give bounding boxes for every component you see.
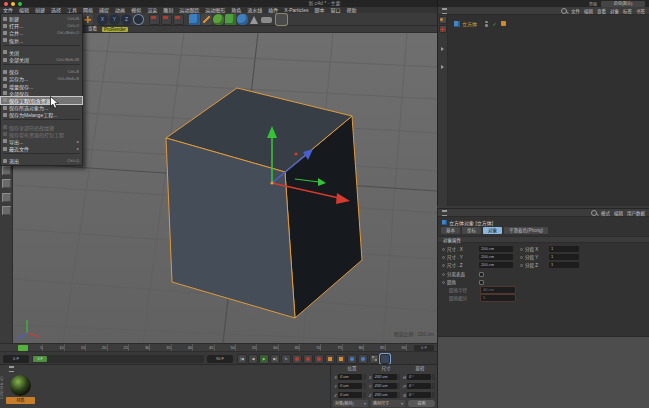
generator-icon[interactable] — [225, 14, 236, 25]
keyframe-dot-icon[interactable] — [520, 256, 523, 259]
size-input[interactable]: 200 cm — [479, 262, 513, 268]
stepper[interactable] — [432, 383, 435, 389]
stepper[interactable] — [363, 374, 366, 380]
keyframe-dot-icon[interactable] — [442, 256, 445, 259]
file-menu-item[interactable]: 关闭 ▸ — [1, 49, 82, 56]
display-filter-icon[interactable] — [276, 14, 287, 25]
enable-snap[interactable] — [2, 166, 11, 175]
checkbox[interactable] — [479, 272, 484, 277]
object-manager-menu-item[interactable]: 文件 — [571, 8, 580, 14]
file-menu-item[interactable]: 保存全部已修改纹理 ▸ — [1, 123, 82, 130]
file-menu-item[interactable]: 新建 Ctrl+N ▸ — [1, 15, 82, 22]
render-picture-viewer-icon[interactable] — [161, 14, 172, 25]
file-menu-item[interactable]: 导出... ▸ — [1, 138, 82, 145]
segments-input[interactable]: 1 — [549, 246, 579, 252]
goto-end[interactable]: ▶| — [270, 354, 280, 364]
key-scale[interactable] — [336, 354, 346, 364]
attribute-manager-menu-item[interactable]: 用户数据 — [627, 210, 645, 216]
key-parameter[interactable] — [358, 354, 368, 364]
add-cube-icon[interactable] — [189, 14, 200, 25]
expand-chevron-icon[interactable] — [441, 47, 444, 51]
file-menu-item[interactable]: 保存所选对象为... ▸ — [1, 104, 82, 111]
range-slider-handle[interactable]: 0 F — [33, 356, 47, 362]
deformer-icon[interactable] — [249, 14, 260, 25]
object-manager-menu-item[interactable]: 查看 — [597, 8, 606, 14]
range-start-field[interactable]: 0 F — [3, 355, 29, 363]
size-field[interactable]: 200 cm — [373, 392, 397, 398]
expand-chevron-icon[interactable] — [441, 65, 444, 69]
menu-burger-icon[interactable] — [9, 366, 14, 372]
stepper[interactable] — [397, 374, 400, 380]
y-axis-lock-icon[interactable]: Y — [109, 14, 120, 25]
file-menu-item[interactable]: ▸ — [3, 119, 80, 122]
attribute-tab[interactable]: 对象 — [483, 227, 502, 234]
stepper[interactable] — [432, 392, 435, 398]
apply-button[interactable]: 应用 — [408, 400, 435, 407]
search-icon[interactable] — [561, 8, 567, 14]
size-field[interactable]: 200 cm — [373, 374, 397, 380]
rotation-field[interactable]: 0 ° — [407, 374, 431, 380]
solo-toggle[interactable] — [380, 354, 390, 364]
size-field[interactable]: 200 cm — [373, 383, 397, 389]
loop[interactable]: ↻ — [281, 354, 291, 364]
attribute-tab[interactable]: 坐标 — [462, 227, 481, 234]
file-menu-item[interactable]: 全部关闭 Ctrl+Shift+W ▸ — [1, 56, 82, 63]
file-menu-item[interactable]: 最近文件 ▸ — [1, 145, 82, 152]
object-manager-menu-item[interactable]: 标签 — [623, 8, 632, 14]
file-menu-item[interactable]: ▸ — [3, 153, 80, 156]
stepper[interactable] — [581, 262, 584, 268]
position-field[interactable]: 0 cm — [338, 374, 362, 380]
filter-axis-icon[interactable] — [439, 25, 447, 33]
search-icon[interactable] — [591, 210, 597, 216]
object-row-cube[interactable]: 立方体 ✓ — [454, 20, 506, 27]
stepper[interactable] — [515, 262, 518, 268]
position-field[interactable]: 0 cm — [338, 383, 362, 389]
sweep-icon[interactable] — [237, 14, 248, 25]
object-manager-menu-item[interactable]: 书签 — [636, 8, 645, 14]
coordinate-system-icon[interactable] — [133, 14, 144, 25]
goto-start[interactable]: |◀ — [237, 354, 247, 364]
keyframe-dot-icon[interactable] — [442, 281, 445, 284]
visibility-dots[interactable] — [485, 21, 488, 27]
layout-select[interactable]: 启动(默认) — [601, 1, 645, 7]
x-axis-lock-icon[interactable]: X — [97, 14, 108, 25]
size-mode-select[interactable]: 绝对尺寸 — [371, 400, 405, 407]
range-end-field[interactable]: 90 F — [207, 355, 233, 363]
file-menu-item[interactable]: 退出 Ctrl+Q ▸ — [1, 157, 82, 164]
attribute-manager-menu-item[interactable]: 模式 — [601, 210, 610, 216]
stepper[interactable] — [397, 392, 400, 398]
file-menu-item[interactable]: 恢复... ▸ — [1, 37, 82, 44]
stepper[interactable] — [363, 383, 366, 389]
quantize[interactable] — [2, 193, 11, 202]
coordinate-mode-select[interactable]: 对象(相对) — [333, 400, 368, 407]
menu-burger-icon[interactable] — [442, 210, 447, 216]
file-menu-item[interactable]: 合并... Ctrl+Shift+O ▸ — [1, 29, 82, 36]
key-rotation[interactable] — [347, 354, 357, 364]
viewport-view-menu[interactable]: 查看 — [88, 26, 97, 32]
file-menu-item[interactable]: 全部保存 ▸ — [1, 90, 82, 97]
stepper[interactable] — [397, 383, 400, 389]
file-menu-item[interactable]: 另存为... Ctrl+Shift+S ▸ — [1, 75, 82, 82]
locked-workplane[interactable] — [2, 179, 11, 188]
stepper[interactable] — [581, 246, 584, 252]
menu-burger-icon[interactable] — [442, 8, 447, 14]
attribute-tab[interactable]: 平滑着色(Phong) — [504, 227, 548, 234]
stepper[interactable] — [581, 254, 584, 260]
keyframe-dot-icon[interactable] — [442, 273, 445, 276]
keyframe-dot-icon[interactable] — [520, 248, 523, 251]
stepper[interactable] — [363, 392, 366, 398]
file-menu-item[interactable]: ▸ — [3, 45, 80, 48]
stepper[interactable] — [432, 374, 435, 380]
stepper[interactable] — [515, 246, 518, 252]
keyframe-dot-icon[interactable] — [442, 264, 445, 267]
key-pla[interactable] — [369, 354, 379, 364]
position-field[interactable]: 0 cm — [338, 392, 362, 398]
autokeying[interactable] — [303, 354, 313, 364]
timeline-ruler[interactable]: 51015202530354045505560657075808590 0 F — [0, 343, 437, 351]
file-menu-item[interactable]: ▸ — [3, 64, 80, 67]
keyframe-dot-icon[interactable] — [442, 248, 445, 251]
rotation-field[interactable]: 0 ° — [407, 392, 431, 398]
object-properties-section[interactable]: 对象属性 — [438, 236, 649, 243]
spline-pen-icon[interactable] — [201, 14, 212, 25]
key-position[interactable] — [325, 354, 335, 364]
